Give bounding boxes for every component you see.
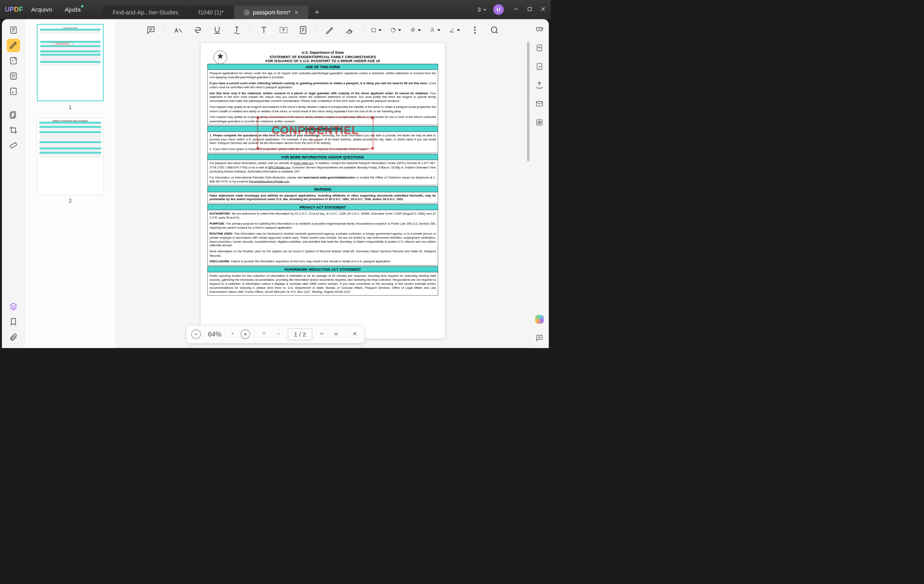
window-controls	[513, 6, 546, 13]
svg-point-17	[491, 27, 497, 32]
close-button[interactable]	[540, 6, 546, 13]
strikethrough-tool[interactable]	[191, 24, 204, 36]
last-page-button[interactable]	[331, 329, 341, 340]
right-sidebar: OCR	[530, 19, 549, 348]
shape-tool[interactable]	[370, 24, 383, 36]
tab-find-apply[interactable]: Find-and-Ap...her-Studies	[103, 6, 188, 19]
close-nav-button[interactable]	[350, 329, 360, 339]
stamp-tool[interactable]	[410, 24, 422, 36]
section-warn-body: False statements made knowingly and will…	[208, 192, 438, 203]
svg-rect-5	[10, 88, 16, 95]
section-info-head: FOR MORE INFORMATION AND/OR QUESTIONS	[208, 154, 438, 160]
sticker-tool[interactable]	[390, 24, 403, 36]
next-page-button[interactable]	[317, 329, 327, 340]
form-button[interactable]	[6, 69, 20, 83]
highlight-tool[interactable]	[172, 24, 184, 36]
measure-button[interactable]	[6, 139, 20, 152]
save-button[interactable]	[533, 117, 545, 128]
confidential-stamp[interactable]: CONFIDENTIEL Lizzy	[257, 117, 374, 149]
section-privacy-head: PRIVACY ACT STATEMENT	[208, 204, 438, 210]
minimize-button[interactable]	[513, 6, 519, 13]
tab-passport-form[interactable]: passport-form*	[234, 6, 308, 19]
document-tabs: Find-and-Ap...her-Studies f1040 (1)* pas…	[103, 0, 474, 19]
signature-tool[interactable]	[429, 24, 442, 36]
section-paper-body: Public reporting burden for this collect…	[208, 272, 438, 296]
convert-button[interactable]	[533, 42, 545, 54]
bookmark-button[interactable]	[6, 315, 20, 328]
eraser-tool[interactable]	[344, 24, 356, 36]
svg-rect-11	[372, 28, 375, 32]
stamp-name: Lizzy	[310, 138, 320, 143]
chevron-down-icon	[482, 7, 488, 12]
svg-rect-23	[536, 101, 542, 106]
edit-icon	[244, 10, 249, 15]
crop-button[interactable]	[6, 124, 20, 137]
note-tool[interactable]	[297, 24, 309, 36]
underline-tool[interactable]	[211, 24, 224, 36]
zoom-in-button[interactable]	[240, 329, 250, 339]
thumbnail-image: STATEMENT OF EXIGENT/SPECIAL FAMILY CIRC…	[37, 118, 104, 195]
tab-label: Find-and-Ap...her-Studies	[113, 9, 179, 16]
doc-subtitle: FOR ISSUANCE OF A U.S. PASSPORT TO A MIN…	[208, 59, 438, 63]
svg-text:OCR: OCR	[537, 28, 543, 30]
page-indicator[interactable]: 1 / 2	[288, 328, 312, 340]
maximize-button[interactable]	[527, 6, 532, 13]
svg-point-14	[474, 27, 475, 28]
app-logo: UPDF	[5, 6, 23, 13]
svg-rect-1	[528, 7, 531, 10]
document-viewport[interactable]: U.S. Department of State STATEMENT OF EX…	[116, 19, 529, 348]
highlight-button[interactable]	[6, 39, 20, 52]
email-button[interactable]	[533, 98, 545, 110]
menu-ajuda-label: Ajuda	[65, 6, 81, 13]
doc-dept: U.S. Department of State	[208, 50, 438, 54]
comments-panel-button[interactable]	[533, 332, 545, 344]
more-tool[interactable]	[469, 24, 481, 36]
tab-count-dropdown[interactable]: 3	[477, 6, 487, 13]
menu-ajuda[interactable]: Ajuda	[60, 4, 85, 15]
svg-rect-8	[10, 142, 17, 148]
sign-tool[interactable]	[449, 24, 462, 36]
layers-button[interactable]	[6, 300, 20, 313]
attach-button[interactable]	[6, 331, 20, 344]
doc-title: STATEMENT OF EXIGENT/SPECIAL FAMILY CIRC…	[208, 55, 438, 59]
zoom-dropdown[interactable]	[229, 330, 236, 338]
section-paper-head: PAPERWORK REDUCTION ACT STATEMENT	[208, 266, 438, 272]
page-navigation-bar: 64% 1 / 2	[186, 325, 364, 343]
titlebar-right: 3 U	[477, 4, 546, 15]
thumbnail-number: 1	[69, 104, 71, 110]
add-tab-button[interactable]	[309, 7, 324, 19]
comment-tool[interactable]	[145, 24, 157, 36]
svg-point-15	[474, 30, 475, 30]
menu-arquivo[interactable]: Arquivo	[27, 4, 57, 15]
thumbnail-1[interactable]: U.S. Department of State CONFIDENTIEL 1	[30, 24, 111, 111]
section-use-body: Passport applications for minors under t…	[208, 70, 438, 125]
page-manager-button[interactable]	[6, 108, 20, 121]
squiggly-tool[interactable]	[231, 24, 243, 36]
titlebar: UPDF Arquivo Ajuda Find-and-Ap...her-Stu…	[0, 0, 551, 19]
main-area: U.S. Department of State CONFIDENTIEL 1 …	[2, 19, 549, 348]
ai-button[interactable]	[533, 314, 545, 325]
text-tool[interactable]	[258, 24, 270, 36]
user-avatar[interactable]: U	[493, 4, 504, 15]
search-button[interactable]	[488, 24, 501, 36]
section-privacy-body: AUTHORITIES: We are authorized to collec…	[208, 210, 438, 265]
document-page: U.S. Department of State STATEMENT OF EX…	[201, 43, 445, 339]
svg-point-13	[431, 28, 434, 30]
annotate-button[interactable]	[6, 54, 20, 67]
compress-button[interactable]	[533, 61, 545, 72]
zoom-out-button[interactable]	[191, 329, 201, 339]
vertical-scrollbar[interactable]	[527, 42, 529, 161]
section-use-head: USE OF THIS FORM	[208, 64, 438, 70]
share-button[interactable]	[533, 79, 545, 91]
close-icon[interactable]	[294, 10, 299, 15]
thumbnail-2[interactable]: STATEMENT OF EXIGENT/SPECIAL FAMILY CIRC…	[30, 118, 111, 204]
tab-f1040[interactable]: f1040 (1)*	[189, 6, 234, 19]
svg-rect-21	[537, 45, 542, 51]
first-page-button[interactable]	[259, 329, 269, 340]
ocr-button[interactable]: OCR	[533, 23, 545, 35]
textbox-tool[interactable]	[277, 24, 290, 36]
comment-button[interactable]	[6, 85, 20, 98]
read-mode-button[interactable]	[6, 23, 20, 36]
pencil-tool[interactable]	[324, 24, 336, 36]
prev-page-button[interactable]	[273, 329, 283, 340]
